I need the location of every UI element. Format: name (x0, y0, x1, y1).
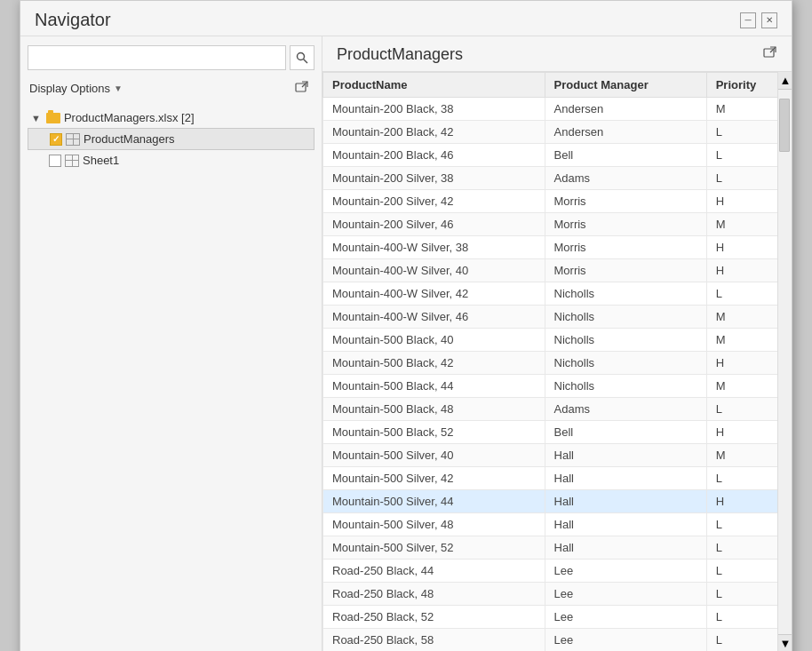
cell-manager: Morris (545, 236, 706, 259)
table-row[interactable]: Mountain-500 Black, 52BellH (323, 421, 792, 444)
tree-item-product-managers[interactable]: ProductManagers (28, 128, 314, 150)
cell-manager: Bell (545, 421, 706, 444)
table-row[interactable]: Mountain-500 Silver, 42HallL (323, 467, 792, 490)
table-header: ProductName Product Manager Priority (323, 73, 792, 98)
scroll-thumb[interactable] (779, 99, 790, 152)
display-options-row: Display Options ▼ (28, 77, 314, 99)
table-row[interactable]: Road-250 Black, 52LeeL (323, 606, 792, 629)
data-table-container[interactable]: ProductName Product Manager Priority Mou… (322, 71, 792, 651)
cell-product-name: Mountain-200 Silver, 42 (323, 190, 545, 213)
table-row[interactable]: Mountain-500 Black, 48AdamsL (323, 398, 792, 421)
table-icon (66, 133, 80, 146)
cell-manager: Nicholls (545, 282, 706, 306)
cell-product-name: Mountain-400-W Silver, 40 (323, 259, 545, 282)
table-row[interactable]: Mountain-200 Black, 42AndersenL (323, 121, 792, 144)
tree-folder-item[interactable]: ▼ ProductManagers.xlsx [2] (28, 107, 314, 128)
table-row[interactable]: Mountain-200 Silver, 46MorrisM (323, 213, 792, 236)
cell-manager: Nicholls (545, 306, 706, 329)
cell-product-name: Road-250 Black, 48 (323, 583, 545, 606)
expand-icon: ▼ (31, 113, 41, 123)
table-row[interactable]: Mountain-400-W Silver, 40MorrisH (323, 259, 792, 282)
table-row[interactable]: Mountain-500 Black, 44NichollsM (323, 375, 792, 398)
search-input[interactable] (28, 45, 286, 70)
scroll-up-button[interactable]: ▲ (778, 72, 792, 90)
checkbox-product-managers[interactable] (50, 133, 62, 146)
data-table: ProductName Product Manager Priority Mou… (322, 72, 792, 651)
scrollbar[interactable]: ▲ ▼ (777, 72, 792, 651)
cell-product-name: Mountain-500 Silver, 42 (323, 467, 545, 490)
cell-manager: Adams (545, 167, 706, 190)
cell-manager: Andersen (545, 98, 706, 121)
left-panel: Display Options ▼ ▼ ProductManagers.xlsx (20, 36, 322, 651)
web-view-button[interactable] (291, 77, 313, 99)
external-link-icon (295, 81, 309, 95)
cell-manager: Hall (545, 536, 706, 560)
checkbox-sheet1[interactable] (49, 155, 61, 167)
table-row[interactable]: Mountain-200 Silver, 42MorrisH (323, 190, 792, 213)
table-row[interactable]: Mountain-500 Silver, 44HallH (323, 490, 792, 513)
cell-product-name: Road-250 Black, 58 (323, 629, 545, 652)
svg-line-3 (302, 82, 307, 87)
table-row[interactable]: Road-250 Black, 44LeeL (323, 560, 792, 583)
table-icon-sheet1 (65, 155, 79, 167)
cell-product-name: Mountain-500 Silver, 44 (323, 490, 545, 513)
cell-product-name: Road-250 Black, 52 (323, 606, 545, 629)
preview-web-icon[interactable] (763, 46, 777, 64)
table-row[interactable]: Mountain-400-W Silver, 42NichollsL (323, 282, 792, 306)
cell-product-name: Mountain-400-W Silver, 42 (323, 282, 545, 306)
title-bar: Navigator ─ ✕ (20, 1, 792, 36)
tree-item-label: ProductManagers (84, 132, 175, 146)
search-icon-button[interactable] (290, 45, 314, 70)
table-row[interactable]: Mountain-200 Silver, 38AdamsL (323, 167, 792, 190)
close-button[interactable]: ✕ (761, 12, 777, 28)
cell-product-name: Mountain-500 Black, 40 (323, 329, 545, 352)
table-row[interactable]: Mountain-200 Black, 46BellL (323, 144, 792, 167)
table-row[interactable]: Mountain-500 Silver, 40HallM (323, 444, 792, 467)
table-row[interactable]: Mountain-500 Black, 40NichollsM (323, 329, 792, 352)
table-row[interactable]: Mountain-500 Black, 42NichollsH (323, 352, 792, 375)
cell-product-name: Mountain-500 Black, 42 (323, 352, 545, 375)
table-row[interactable]: Mountain-500 Silver, 52HallL (323, 536, 792, 560)
table-row[interactable]: Mountain-200 Black, 38AndersenM (323, 98, 792, 121)
cell-product-name: Mountain-500 Silver, 52 (323, 536, 545, 560)
cell-product-name: Mountain-200 Silver, 46 (323, 213, 545, 236)
cell-manager: Adams (545, 398, 706, 421)
svg-line-5 (770, 47, 776, 52)
table-body: Mountain-200 Black, 38AndersenMMountain-… (323, 98, 792, 652)
external-link-icon-right (763, 46, 777, 60)
cell-product-name: Mountain-400-W Silver, 46 (323, 306, 545, 329)
chevron-down-icon: ▼ (114, 83, 123, 93)
scroll-down-button[interactable]: ▼ (778, 634, 792, 651)
svg-point-0 (298, 53, 305, 60)
cell-product-name: Mountain-500 Black, 44 (323, 375, 545, 398)
file-tree: ▼ ProductManagers.xlsx [2] ProductManage… (28, 107, 314, 643)
display-options-button[interactable]: Display Options ▼ (29, 82, 123, 95)
cell-manager: Lee (545, 606, 706, 629)
cell-manager: Nicholls (545, 329, 706, 352)
cell-product-name: Mountain-500 Silver, 48 (323, 513, 545, 536)
table-row[interactable]: Road-250 Black, 58LeeL (323, 629, 792, 652)
scroll-track[interactable] (778, 90, 792, 634)
col-header-product-name: ProductName (323, 73, 545, 98)
cell-manager: Hall (545, 444, 706, 467)
cell-manager: Lee (545, 629, 706, 652)
table-row[interactable]: Mountain-400-W Silver, 46NichollsM (323, 306, 792, 329)
cell-manager: Hall (545, 467, 706, 490)
minimize-button[interactable]: ─ (740, 12, 756, 28)
table-row[interactable]: Mountain-400-W Silver, 38MorrisH (323, 236, 792, 259)
cell-product-name: Mountain-200 Black, 46 (323, 144, 545, 167)
cell-manager: Nicholls (545, 375, 706, 398)
cell-product-name: Mountain-200 Black, 38 (323, 98, 545, 121)
dialog-title: Navigator (35, 10, 111, 30)
tree-item-label: Sheet1 (83, 154, 119, 167)
cell-manager: Nicholls (545, 352, 706, 375)
cell-product-name: Road-250 Black, 44 (323, 560, 545, 583)
cell-product-name: Mountain-400-W Silver, 38 (323, 236, 545, 259)
table-row[interactable]: Road-250 Black, 48LeeL (323, 583, 792, 606)
cell-product-name: Mountain-200 Silver, 38 (323, 167, 545, 190)
display-options-label: Display Options (29, 82, 110, 95)
cell-product-name: Mountain-200 Black, 42 (323, 121, 545, 144)
cell-product-name: Mountain-500 Silver, 40 (323, 444, 545, 467)
table-row[interactable]: Mountain-500 Silver, 48HallL (323, 513, 792, 536)
tree-item-sheet1[interactable]: Sheet1 (28, 150, 314, 171)
